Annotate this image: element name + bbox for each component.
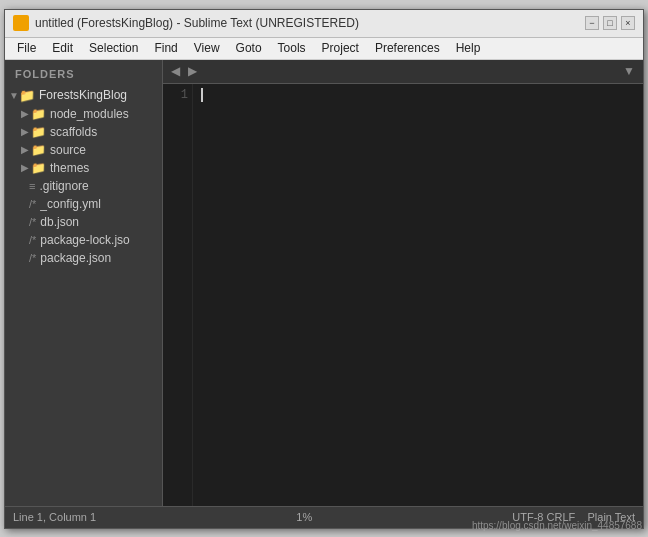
window-title: untitled (ForestsKingBlog) - Sublime Tex… — [35, 16, 585, 30]
db-label: db.json — [40, 215, 79, 229]
line-numbers: 1 — [163, 84, 193, 506]
sidebar-item-packagelock[interactable]: /* package-lock.jso — [5, 231, 162, 249]
node-modules-label: node_modules — [50, 107, 129, 121]
title-bar: untitled (ForestsKingBlog) - Sublime Tex… — [5, 10, 643, 38]
file-prefix-gitignore: ≡ — [29, 180, 35, 192]
file-prefix-db: /* — [29, 216, 36, 228]
zoom-level: 1% — [96, 511, 512, 523]
app-icon — [13, 15, 29, 31]
file-prefix-packagelock: /* — [29, 234, 36, 246]
cursor-line-1 — [201, 88, 635, 102]
text-cursor — [201, 88, 203, 102]
folder-icon: 📁 — [31, 107, 46, 121]
arrow-right-icon: ▶ — [21, 126, 31, 137]
menu-bar: File Edit Selection Find View Goto Tools… — [5, 38, 643, 60]
sidebar-item-package[interactable]: /* package.json — [5, 249, 162, 267]
close-button[interactable]: × — [621, 16, 635, 30]
source-label: source — [50, 143, 86, 157]
file-encoding: UTF-8 CRLF Plain Text — [512, 511, 635, 523]
menu-edit[interactable]: Edit — [44, 39, 81, 57]
file-prefix-package: /* — [29, 252, 36, 264]
gitignore-label: .gitignore — [39, 179, 88, 193]
scaffolds-label: scaffolds — [50, 125, 97, 139]
arrow-down-icon: ▼ — [9, 90, 19, 101]
editor-area: ◀ ▶ ▼ 1 — [163, 60, 643, 506]
menu-find[interactable]: Find — [146, 39, 185, 57]
packagelock-label: package-lock.jso — [40, 233, 129, 247]
sidebar-header: FOLDERS — [5, 60, 162, 86]
sidebar-item-scaffolds[interactable]: ▶ 📁 scaffolds — [5, 123, 162, 141]
menu-help[interactable]: Help — [448, 39, 489, 57]
maximize-button[interactable]: □ — [603, 16, 617, 30]
window-controls: − □ × — [585, 16, 635, 30]
sidebar-item-db[interactable]: /* db.json — [5, 213, 162, 231]
menu-file[interactable]: File — [9, 39, 44, 57]
forward-arrow-button[interactable]: ▶ — [184, 64, 201, 78]
menu-view[interactable]: View — [186, 39, 228, 57]
sidebar-item-themes[interactable]: ▶ 📁 themes — [5, 159, 162, 177]
minimize-button[interactable]: − — [585, 16, 599, 30]
folder-icon: 📁 — [31, 125, 46, 139]
folder-icon: 📁 — [31, 143, 46, 157]
config-label: _config.yml — [40, 197, 101, 211]
back-arrow-button[interactable]: ◀ — [167, 64, 184, 78]
menu-goto[interactable]: Goto — [228, 39, 270, 57]
line-number-1: 1 — [171, 88, 188, 102]
menu-preferences[interactable]: Preferences — [367, 39, 448, 57]
arrow-right-icon: ▶ — [21, 144, 31, 155]
sidebar-item-gitignore[interactable]: ≡ .gitignore — [5, 177, 162, 195]
sidebar: FOLDERS ▼ 📁 ForestsKingBlog ▶ 📁 node_mod… — [5, 60, 163, 506]
editor-content[interactable]: 1 — [163, 84, 643, 506]
menu-selection[interactable]: Selection — [81, 39, 146, 57]
code-editor[interactable] — [193, 84, 643, 506]
file-prefix-config: /* — [29, 198, 36, 210]
toolbar-dropdown-button[interactable]: ▼ — [619, 64, 639, 78]
status-bar: Line 1, Column 1 1% UTF-8 CRLF Plain Tex… — [5, 506, 643, 528]
main-area: FOLDERS ▼ 📁 ForestsKingBlog ▶ 📁 node_mod… — [5, 60, 643, 506]
folder-icon: 📁 — [19, 88, 35, 103]
arrow-right-icon: ▶ — [21, 162, 31, 173]
syntax-label: Plain Text — [588, 511, 636, 523]
sidebar-item-source[interactable]: ▶ 📁 source — [5, 141, 162, 159]
editor-toolbar: ◀ ▶ ▼ — [163, 60, 643, 84]
folder-icon: 📁 — [31, 161, 46, 175]
sidebar-item-root[interactable]: ▼ 📁 ForestsKingBlog — [5, 86, 162, 105]
sidebar-item-node-modules[interactable]: ▶ 📁 node_modules — [5, 105, 162, 123]
menu-project[interactable]: Project — [314, 39, 367, 57]
arrow-right-icon: ▶ — [21, 108, 31, 119]
main-window: untitled (ForestsKingBlog) - Sublime Tex… — [4, 9, 644, 529]
encoding-label: UTF-8 CRLF — [512, 511, 575, 523]
root-folder-name: ForestsKingBlog — [39, 88, 127, 102]
package-label: package.json — [40, 251, 111, 265]
cursor-position: Line 1, Column 1 — [13, 511, 96, 523]
sidebar-item-config[interactable]: /* _config.yml — [5, 195, 162, 213]
themes-label: themes — [50, 161, 89, 175]
menu-tools[interactable]: Tools — [270, 39, 314, 57]
